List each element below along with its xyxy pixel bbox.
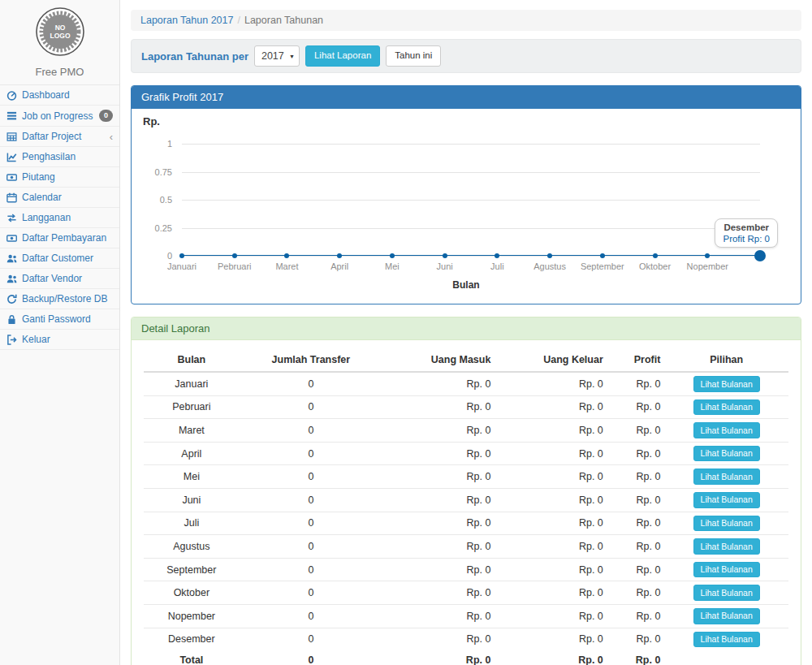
cell-bulan: Agustus [144, 535, 240, 559]
cell-uang-keluar: Rp. 0 [495, 372, 607, 395]
lihat-bulanan-button-januari[interactable]: Lihat Bulanan [693, 376, 760, 392]
cell-profit: Rp. 0 [607, 419, 665, 443]
tachometer-icon [6, 90, 17, 101]
y-tick-0: 0 [167, 251, 172, 261]
table-row: Desember 0 Rp. 0 Rp. 0 Rp. 0 Lihat Bulan… [144, 628, 788, 650]
cell-jumlah-transfer: 0 [240, 372, 382, 395]
data-point-september[interactable] [600, 253, 605, 258]
header-pilihan: Pilihan [664, 348, 788, 372]
lihat-bulanan-button-agustus[interactable]: Lihat Bulanan [693, 538, 760, 555]
data-point-oktober[interactable] [653, 253, 658, 258]
tasks-icon [6, 110, 17, 121]
sidebar-item-label: Langganan [22, 212, 71, 223]
total-profit: Rp. 0 [607, 650, 665, 665]
y-tick-0.5: 0.5 [160, 195, 172, 205]
lihat-bulanan-button-nopember[interactable]: Lihat Bulanan [693, 608, 760, 624]
data-point-januari[interactable] [179, 253, 184, 258]
total-row: Total 0 Rp. 0 Rp. 0 Rp. 0 [144, 650, 788, 665]
sidebar-item-daftar-customer[interactable]: Daftar Customer [0, 248, 119, 269]
retweet-icon [6, 213, 17, 223]
cell-uang-keluar: Rp. 0 [495, 395, 607, 419]
sign-out-icon [6, 335, 17, 345]
lihat-bulanan-button-juli[interactable]: Lihat Bulanan [693, 516, 760, 532]
data-point-juli[interactable] [495, 253, 499, 258]
data-point-agustus[interactable] [547, 253, 552, 258]
table-header-row: Bulan Jumlah Transfer Uang Masuk Uang Ke… [144, 348, 788, 372]
profit-chart: Rp. 10.750.50.250 Desember Profit Rp: 0 … [132, 109, 801, 304]
lihat-bulanan-button-juni[interactable]: Lihat Bulanan [693, 492, 760, 508]
lihat-bulanan-button-mei[interactable]: Lihat Bulanan [693, 469, 760, 485]
data-point-pebruari[interactable] [232, 253, 237, 258]
gridline [182, 228, 760, 229]
x-axis-title: Bulan [141, 279, 791, 291]
data-point-juni[interactable] [443, 253, 447, 258]
tahun-ini-button[interactable]: Tahun ini [386, 45, 441, 67]
table-row: Agustus 0 Rp. 0 Rp. 0 Rp. 0 Lihat Bulana… [144, 535, 788, 559]
cell-uang-masuk: Rp. 0 [382, 535, 495, 559]
cell-jumlah-transfer: 0 [240, 558, 382, 581]
lihat-bulanan-button-april[interactable]: Lihat Bulanan [693, 446, 760, 462]
cell-uang-masuk: Rp. 0 [382, 488, 495, 512]
data-point-nopember[interactable] [705, 253, 710, 258]
cell-bulan: Oktober [144, 581, 240, 605]
cell-jumlah-transfer: 0 [240, 488, 382, 512]
sidebar-item-ganti-password[interactable]: Ganti Password [0, 309, 119, 330]
sidebar-item-penghasilan[interactable]: Penghasilan [0, 147, 119, 167]
y-axis-ticks: 10.750.50.250 [141, 144, 177, 256]
breadcrumb-separator: / [237, 15, 240, 26]
cell-uang-masuk: Rp. 0 [382, 558, 495, 581]
header-bulan: Bulan [144, 348, 240, 372]
sidebar-item-label: Job on Progress [22, 110, 93, 122]
brand-name: Free PMO [0, 66, 119, 78]
sidebar-item-daftar-project[interactable]: Daftar Project ‹ [0, 127, 119, 147]
sidebar-item-daftar-vendor[interactable]: Daftar Vendor [0, 269, 119, 289]
table-icon [6, 132, 17, 142]
sidebar-item-daftar-pembayaran[interactable]: Daftar Pembayaran [0, 228, 119, 248]
cell-profit: Rp. 0 [607, 488, 665, 512]
sidebar-item-label: Dashboard [22, 89, 70, 101]
sidebar-item-label: Daftar Vendor [22, 273, 82, 284]
cell-profit: Rp. 0 [607, 442, 665, 465]
table-row: Mei 0 Rp. 0 Rp. 0 Rp. 0 Lihat Bulanan [144, 465, 788, 489]
sidebar-item-langganan[interactable]: Langganan [0, 208, 119, 228]
sidebar-item-piutang[interactable]: Piutang [0, 167, 119, 188]
cell-bulan: April [144, 442, 240, 465]
data-point-maret[interactable] [284, 253, 289, 258]
header-uang-masuk: Uang Masuk [382, 348, 495, 372]
logo-text-line2: LOGO [50, 32, 70, 40]
cell-jumlah-transfer: 0 [240, 604, 382, 628]
table-row: September 0 Rp. 0 Rp. 0 Rp. 0 Lihat Bula… [144, 558, 788, 581]
lihat-bulanan-button-pebruari[interactable]: Lihat Bulanan [693, 399, 760, 416]
cell-uang-masuk: Rp. 0 [382, 512, 495, 535]
lihat-bulanan-button-maret[interactable]: Lihat Bulanan [693, 422, 760, 438]
data-point-mei[interactable] [390, 253, 395, 258]
x-tick-april: April [330, 261, 348, 271]
gridline [182, 144, 760, 145]
sidebar-item-calendar[interactable]: Calendar [0, 188, 119, 208]
users-icon [6, 274, 17, 284]
lihat-bulanan-button-desember[interactable]: Lihat Bulanan [693, 632, 760, 648]
lihat-laporan-button[interactable]: Lihat Laporan [305, 45, 380, 67]
gridline [182, 172, 760, 173]
data-point-april[interactable] [337, 253, 342, 258]
detail-table-wrap: Bulan Jumlah Transfer Uang Masuk Uang Ke… [132, 340, 801, 665]
money-icon [6, 172, 17, 183]
lihat-bulanan-button-oktober[interactable]: Lihat Bulanan [693, 585, 760, 601]
sidebar-item-keluar[interactable]: Keluar [0, 330, 119, 350]
calendar-icon [6, 192, 17, 203]
table-row: Juni 0 Rp. 0 Rp. 0 Rp. 0 Lihat Bulanan [144, 488, 788, 512]
sidebar-item-label: Daftar Customer [22, 253, 93, 264]
cell-uang-keluar: Rp. 0 [495, 558, 607, 581]
sidebar-item-job-on-progress[interactable]: Job on Progress 0 [0, 106, 119, 127]
cell-profit: Rp. 0 [607, 535, 665, 559]
sidebar-item-dashboard[interactable]: Dashboard [0, 85, 119, 106]
table-row: Maret 0 Rp. 0 Rp. 0 Rp. 0 Lihat Bulanan [144, 419, 788, 443]
cell-bulan: Maret [144, 419, 240, 443]
breadcrumb-link-laporan-tahun[interactable]: Laporan Tahun 2017 [140, 15, 233, 26]
data-point-desember[interactable] [754, 250, 766, 261]
sidebar-item-backup-restore-db[interactable]: Backup/Restore DB [0, 289, 119, 309]
x-tick-januari: Januari [167, 261, 197, 271]
year-select[interactable]: 2017 [254, 45, 300, 67]
table-row: April 0 Rp. 0 Rp. 0 Rp. 0 Lihat Bulanan [144, 442, 788, 465]
lihat-bulanan-button-september[interactable]: Lihat Bulanan [693, 562, 760, 578]
